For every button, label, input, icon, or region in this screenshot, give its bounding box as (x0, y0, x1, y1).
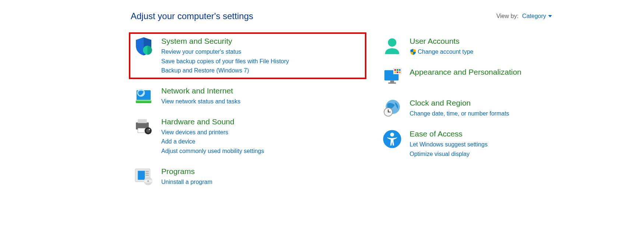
accessibility-icon (382, 129, 402, 149)
svg-rect-25 (397, 69, 398, 71)
category-link[interactable]: Uninstall a program (161, 177, 212, 187)
svg-rect-13 (145, 171, 149, 172)
category-title[interactable]: User Accounts (410, 37, 474, 46)
category-link[interactable]: View devices and printers (161, 128, 264, 137)
category-title[interactable]: Hardware and Sound (161, 117, 264, 126)
view-by-dropdown[interactable]: Category (522, 13, 552, 19)
svg-rect-15 (145, 174, 149, 176)
user-icon (382, 36, 402, 57)
view-by-value: Category (522, 13, 546, 19)
category-link[interactable]: Let Windows suggest settings (410, 140, 488, 149)
shield-icon (133, 36, 154, 57)
monitor-icon (382, 67, 402, 88)
category-network-and-internet: Network and Internet View network status… (129, 82, 366, 110)
category-title[interactable]: Programs (161, 167, 212, 176)
category-ease-of-access: Ease of Access Let Windows suggest setti… (377, 125, 615, 162)
category-link[interactable]: Backup and Restore (Windows 7) (161, 66, 289, 75)
category-title[interactable]: Clock and Region (410, 99, 509, 107)
svg-text:L: L (387, 109, 389, 112)
svg-rect-6 (138, 119, 147, 123)
category-link[interactable]: Add a device (161, 137, 264, 146)
svg-rect-29 (399, 71, 400, 73)
category-clock-and-region: L Clock and Region Change date, time, or… (377, 94, 615, 122)
category-appearance-and-personalization: Appearance and Personalization (377, 63, 615, 91)
category-title[interactable]: Network and Internet (161, 86, 240, 95)
svg-rect-14 (145, 173, 149, 174)
page-title: Adjust your computer's settings (131, 11, 253, 21)
svg-point-19 (388, 38, 396, 47)
svg-rect-27 (394, 71, 396, 73)
chevron-down-icon (548, 15, 552, 17)
category-system-and-security: System and Security Review your computer… (129, 32, 366, 79)
category-link[interactable]: Adjust commonly used mobility settings (161, 146, 264, 156)
svg-rect-22 (388, 82, 396, 84)
svg-rect-26 (399, 69, 400, 71)
view-by-label: View by: (496, 13, 518, 19)
uac-shield-icon (410, 49, 416, 55)
svg-rect-12 (138, 171, 145, 180)
category-hardware-and-sound: Hardware and Sound View devices and prin… (129, 113, 366, 160)
category-link[interactable]: Change account type (410, 47, 474, 57)
svg-point-18 (147, 180, 149, 182)
category-title[interactable]: Appearance and Personalization (410, 68, 522, 77)
category-title[interactable]: Ease of Access (410, 129, 488, 138)
programs-icon (133, 166, 154, 187)
network-icon (133, 86, 154, 106)
category-title[interactable]: System and Security (161, 37, 289, 46)
svg-rect-23 (393, 68, 401, 74)
printer-icon (133, 117, 154, 137)
category-link[interactable]: Review your computer's status (161, 47, 289, 57)
category-link[interactable]: View network status and tasks (161, 97, 240, 106)
svg-rect-4 (136, 100, 151, 101)
category-link[interactable]: Optimize visual display (410, 149, 488, 159)
category-link-text: Change account type (418, 47, 474, 57)
category-user-accounts: User Accounts Change account type (377, 32, 615, 60)
category-link[interactable]: Save backup copies of your files with Fi… (161, 57, 289, 66)
svg-point-36 (390, 133, 394, 137)
category-link[interactable]: Change date, time, or number formats (410, 109, 509, 118)
globe-clock-icon: L (382, 98, 402, 118)
svg-point-10 (149, 129, 150, 130)
svg-rect-24 (394, 69, 396, 71)
svg-rect-21 (390, 81, 394, 82)
view-by-control: View by: Category (496, 13, 552, 19)
svg-rect-28 (397, 71, 398, 73)
category-programs: Programs Uninstall a program (129, 163, 366, 191)
svg-rect-33 (388, 112, 390, 113)
